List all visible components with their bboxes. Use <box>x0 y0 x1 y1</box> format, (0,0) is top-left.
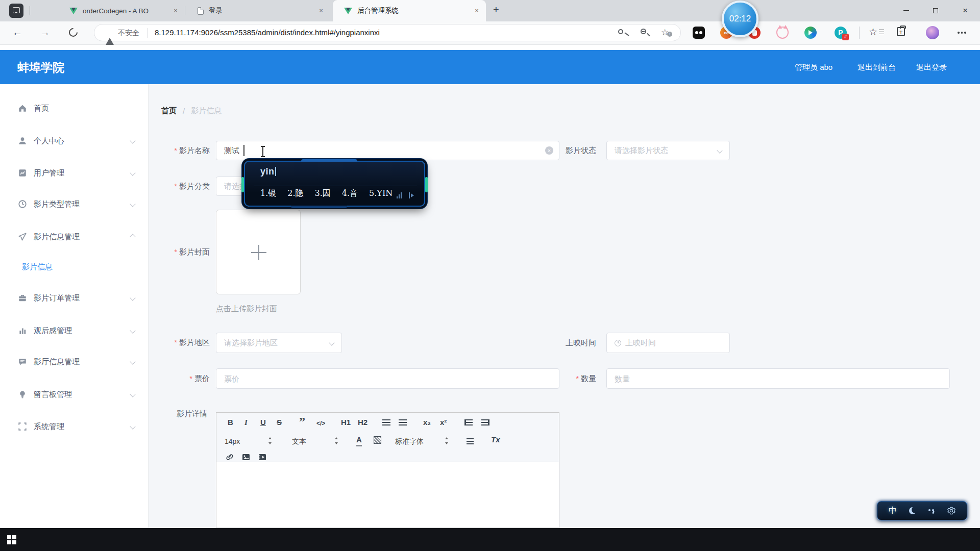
not-secure-warning-icon[interactable]: ! <box>106 29 114 45</box>
outdent-button[interactable] <box>464 419 473 425</box>
moon-mode-icon[interactable] <box>909 507 916 514</box>
window-minimize-button[interactable] <box>891 0 921 21</box>
blockquote-button[interactable]: ” <box>299 417 305 426</box>
sidebar-subitem-movie-info-active[interactable]: 影片信息 <box>0 257 149 277</box>
italic-button[interactable]: I <box>244 418 248 427</box>
underline-button[interactable]: U <box>260 418 266 427</box>
security-label[interactable]: 不安全 <box>118 29 139 38</box>
image-icon[interactable] <box>242 454 250 461</box>
tab-login[interactable]: 登录 × <box>191 0 329 21</box>
password-key-icon[interactable] <box>618 29 623 34</box>
header-admin-link[interactable]: 管理员 abo <box>795 63 832 72</box>
new-tab-button[interactable]: + <box>493 4 499 16</box>
paragraph-select[interactable]: 文本 <box>292 437 306 446</box>
url-text[interactable]: 8.129.11.174:9026/ssm25385/admin/dist/in… <box>155 28 380 37</box>
punctuation-icon[interactable] <box>928 507 935 514</box>
size-spinner-icon[interactable] <box>268 437 272 444</box>
highlight-button[interactable] <box>374 436 381 444</box>
tab-close-icon[interactable]: × <box>172 7 180 15</box>
tab-admin-active[interactable]: 后台管理系统 × <box>333 0 486 21</box>
close-icon: × <box>963 6 968 16</box>
font-family-select[interactable]: 标准字体 <box>395 437 424 446</box>
label-movie-name: 影片名称 <box>153 141 210 160</box>
ime-candidate[interactable]: 3.因 <box>315 188 331 199</box>
quantity-input[interactable] <box>606 368 950 389</box>
text-color-button[interactable]: A <box>356 435 362 446</box>
sidebar-item-message-board[interactable]: 留言板管理 <box>0 384 149 405</box>
align-button[interactable] <box>467 438 474 444</box>
indent-button[interactable] <box>481 419 489 425</box>
label-price: 票价 <box>153 368 210 389</box>
sidebar-item-reviews[interactable]: 观后感管理 <box>0 320 149 341</box>
sidebar-item-users[interactable]: 用户管理 <box>0 163 149 183</box>
showtime-input[interactable]: 上映时间 <box>606 333 730 353</box>
address-divider <box>148 28 148 38</box>
chevron-down-icon <box>130 201 135 207</box>
profile-avatar[interactable] <box>926 26 939 39</box>
ime-candidate[interactable]: 5.YIN <box>369 188 393 199</box>
ime-mode-button[interactable]: 中 <box>889 506 897 516</box>
chevron-down-icon <box>130 170 135 176</box>
ime-candidate[interactable]: 2.隐 <box>287 188 303 199</box>
ime-volume-icon[interactable] <box>397 192 403 198</box>
refresh-button[interactable] <box>67 26 79 38</box>
sidebar-item-orders[interactable]: 影片订单管理 <box>0 288 149 308</box>
bold-button[interactable]: B <box>228 418 233 427</box>
sidebar-item-personal[interactable]: 个人中心 <box>0 131 149 151</box>
ext-dark-reader-icon[interactable] <box>693 27 705 39</box>
menu-dot <box>961 32 963 34</box>
favorites-bar-icon[interactable]: ☆ <box>869 26 877 38</box>
strike-button[interactable]: S <box>277 418 282 427</box>
sidebar-item-system[interactable]: 系统管理 <box>0 416 149 437</box>
sidebar-item-halls[interactable]: 影厅信息管理 <box>0 352 149 372</box>
clean-format-button[interactable]: Tx <box>491 435 500 444</box>
sidebar-item-movie-types[interactable]: 影片类型管理 <box>0 194 149 214</box>
h1-button[interactable]: H1 <box>341 418 351 427</box>
cover-upload-box[interactable] <box>216 210 301 294</box>
price-input[interactable] <box>216 368 559 389</box>
ime-floating-toolbar[interactable]: 中 <box>877 501 967 520</box>
paragraph-spinner-icon[interactable] <box>335 437 338 444</box>
browser-menu-button[interactable] <box>958 32 966 34</box>
font-spinner-icon[interactable] <box>445 437 449 444</box>
code-button[interactable]: </> <box>316 419 325 428</box>
movie-status-select[interactable]: 请选择影片状态 <box>606 141 730 160</box>
address-bar[interactable]: ! 不安全 8.129.11.174:9026/ssm25385/admin/d… <box>94 24 681 41</box>
sidebar-item-home[interactable]: 首页 <box>0 98 149 118</box>
link-icon[interactable] <box>226 454 234 461</box>
bullet-list-button[interactable] <box>399 419 407 425</box>
window-maximize-button[interactable] <box>921 0 950 21</box>
header-logout-link[interactable]: 退出登录 <box>916 63 947 72</box>
tab-close-icon[interactable]: × <box>473 7 481 15</box>
breadcrumb-home[interactable]: 首页 <box>161 106 177 116</box>
sidebar-item-movie-info-group[interactable]: 影片信息管理 <box>0 227 149 247</box>
font-size-select[interactable]: 14px <box>225 437 240 445</box>
window-close-button[interactable]: × <box>950 0 980 21</box>
subscript-button[interactable]: x₂ <box>423 418 431 427</box>
tab-title: 后台管理系统 <box>357 6 399 15</box>
screen-recorder-timer[interactable]: 02:12 <box>722 1 758 37</box>
start-button[interactable] <box>7 535 16 544</box>
ordered-list-button[interactable] <box>382 419 390 425</box>
pinned-window-icon[interactable] <box>9 4 23 18</box>
ext-idm-icon[interactable] <box>804 27 817 39</box>
ime-candidate[interactable]: 4.音 <box>342 188 358 199</box>
pinned-glyph-dot <box>15 12 17 13</box>
back-button[interactable]: ← <box>12 27 22 38</box>
movie-name-input[interactable] <box>216 141 559 160</box>
home-icon <box>18 104 27 113</box>
h2-button[interactable]: H2 <box>358 418 368 427</box>
plus-icon <box>258 245 259 260</box>
tab-close-icon[interactable]: × <box>317 7 325 15</box>
tab-ordercodegen[interactable]: orderCodegen - A BO × <box>61 0 184 21</box>
superscript-button[interactable]: x² <box>440 418 447 427</box>
ime-candidate[interactable]: 1.银 <box>260 188 276 199</box>
header-exit-front-link[interactable]: 退出到前台 <box>857 63 896 72</box>
ime-candidate-list: 1.银 2.隐 3.因 4.音 5.YIN <box>260 188 393 199</box>
editor-content-area[interactable] <box>216 462 559 528</box>
forward-button[interactable]: → <box>40 27 50 38</box>
gear-icon[interactable] <box>947 507 955 515</box>
ime-page-icon[interactable] <box>408 192 414 198</box>
movie-region-select[interactable]: 请选择影片地区 <box>216 333 342 353</box>
video-icon[interactable] <box>258 454 266 461</box>
